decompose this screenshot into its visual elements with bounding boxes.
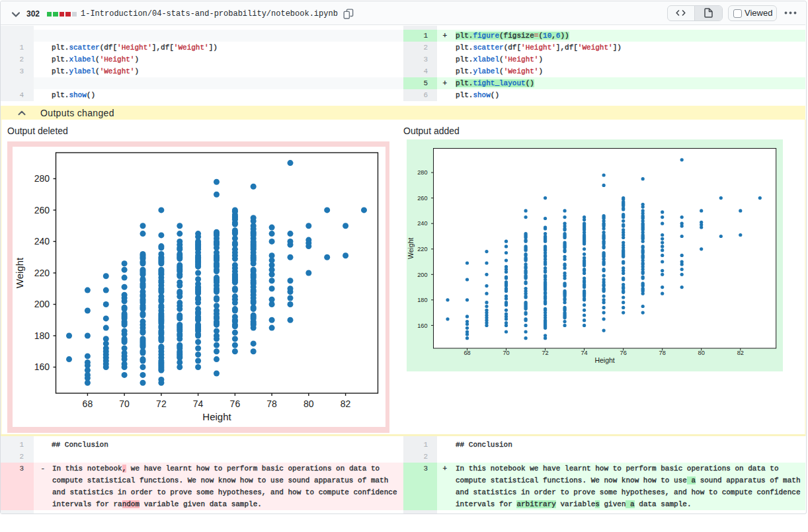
svg-text:80: 80 xyxy=(698,350,705,356)
svg-text:260: 260 xyxy=(34,205,50,215)
svg-text:Weight: Weight xyxy=(14,257,25,288)
svg-text:240: 240 xyxy=(417,220,427,227)
svg-text:82: 82 xyxy=(737,350,744,356)
svg-text:240: 240 xyxy=(34,236,50,247)
svg-text:70: 70 xyxy=(503,350,509,356)
svg-text:Weight: Weight xyxy=(407,237,415,259)
svg-text:220: 220 xyxy=(34,268,50,278)
svg-text:280: 280 xyxy=(417,169,427,176)
svg-text:72: 72 xyxy=(156,399,167,409)
svg-text:220: 220 xyxy=(417,246,427,252)
svg-text:200: 200 xyxy=(417,272,427,278)
svg-text:80: 80 xyxy=(303,399,314,409)
svg-text:68: 68 xyxy=(83,399,93,409)
svg-text:76: 76 xyxy=(230,399,241,409)
svg-text:72: 72 xyxy=(542,350,548,356)
svg-text:180: 180 xyxy=(417,297,427,303)
svg-text:76: 76 xyxy=(620,350,627,356)
svg-text:Height: Height xyxy=(202,411,231,422)
svg-text:160: 160 xyxy=(34,361,50,372)
svg-text:260: 260 xyxy=(417,195,427,202)
svg-text:74: 74 xyxy=(581,350,587,356)
svg-text:74: 74 xyxy=(193,399,204,409)
svg-text:Height: Height xyxy=(594,356,614,364)
svg-text:68: 68 xyxy=(464,350,470,356)
svg-text:70: 70 xyxy=(119,399,130,409)
svg-text:200: 200 xyxy=(34,299,50,309)
svg-text:82: 82 xyxy=(341,399,351,409)
svg-text:180: 180 xyxy=(34,330,50,341)
svg-text:280: 280 xyxy=(34,173,50,184)
svg-text:78: 78 xyxy=(659,350,666,356)
svg-text:78: 78 xyxy=(266,399,277,409)
svg-text:160: 160 xyxy=(417,323,427,329)
